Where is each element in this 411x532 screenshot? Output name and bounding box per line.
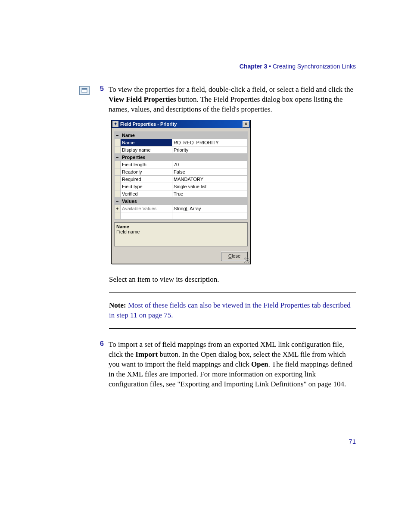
- property-key[interactable]: Name: [121, 139, 172, 146]
- property-key[interactable]: Readonly: [121, 168, 172, 176]
- property-value[interactable]: False: [172, 168, 248, 176]
- property-row[interactable]: Display name Priority: [115, 146, 248, 154]
- section-header: Name: [121, 132, 248, 139]
- property-value[interactable]: Single value list: [172, 183, 248, 190]
- view-field-properties-label: View Field Properties: [109, 95, 176, 103]
- step-5-text: To view the properties for a field, doub…: [109, 85, 357, 115]
- page-number: 71: [349, 438, 356, 445]
- property-row[interactable]: RequiredMANDATORY: [115, 176, 248, 183]
- step-number: 5: [100, 85, 104, 93]
- svg-rect-1: [82, 88, 87, 90]
- select-item-text: Select an item to view its description.: [109, 275, 356, 285]
- property-value[interactable]: RQ_REQ_PRIORITY: [172, 139, 248, 146]
- property-key[interactable]: Field length: [121, 161, 172, 168]
- page-header: Chapter 3 • Creating Synchronization Lin…: [240, 63, 356, 70]
- divider: [109, 292, 356, 293]
- section-header: Values: [121, 198, 248, 205]
- divider: [109, 328, 356, 329]
- step-number: 6: [100, 340, 104, 348]
- close-button[interactable]: Close: [221, 252, 248, 261]
- text-fragment: To view the properties for a field, doub…: [109, 85, 353, 93]
- property-value[interactable]: String[] Array: [172, 205, 248, 212]
- resize-grip-icon[interactable]: [244, 258, 249, 263]
- step-5: 5 To view the properties for a field, do…: [100, 85, 357, 115]
- section-header: Properties: [121, 154, 248, 161]
- property-row[interactable]: + Available Values String[] Array: [115, 205, 248, 212]
- property-row[interactable]: ReadonlyFalse: [115, 168, 248, 176]
- property-row[interactable]: Field length70: [115, 161, 248, 168]
- page: Chapter 3 • Creating Synchronization Lin…: [0, 0, 411, 532]
- step-6: 6 To import a set of field mappings from…: [100, 340, 357, 389]
- field-properties-dialog: ✦ Field Properties - Priority × − Name N…: [111, 120, 251, 264]
- dialog-icon: ✦: [112, 121, 118, 127]
- property-row[interactable]: Name RQ_REQ_PRIORITY: [115, 139, 248, 146]
- property-value[interactable]: MANDATORY: [172, 176, 248, 183]
- property-row: [115, 212, 248, 220]
- section-values[interactable]: − Values: [115, 198, 248, 205]
- property-key[interactable]: Available Values: [121, 205, 172, 212]
- import-label: Import: [135, 350, 158, 358]
- chapter-title: Creating Synchronization Links: [271, 63, 356, 70]
- property-row[interactable]: Field typeSingle value list: [115, 183, 248, 190]
- description-panel: Name Field name: [114, 222, 248, 246]
- description-name: Name: [116, 224, 246, 229]
- step-6-text: To import a set of field mappings from a…: [109, 340, 357, 389]
- property-key[interactable]: Verified: [121, 190, 172, 198]
- collapse-icon[interactable]: −: [115, 198, 121, 205]
- property-value[interactable]: True: [172, 190, 248, 198]
- expand-icon[interactable]: +: [115, 205, 121, 212]
- dialog-titlebar[interactable]: ✦ Field Properties - Priority ×: [112, 120, 250, 128]
- description-text: Field name: [116, 229, 246, 234]
- property-key[interactable]: Required: [121, 176, 172, 183]
- after-dialog-block: Select an item to view its description. …: [109, 275, 356, 336]
- section-properties[interactable]: − Properties: [115, 154, 248, 161]
- dialog-title: Field Properties - Priority: [120, 121, 177, 127]
- open-label: Open: [251, 360, 268, 368]
- property-key[interactable]: Display name: [121, 146, 172, 154]
- note-label: Note:: [109, 301, 126, 309]
- collapse-icon[interactable]: −: [115, 154, 121, 161]
- property-key[interactable]: Field type: [121, 183, 172, 190]
- view-properties-icon: [79, 86, 90, 95]
- collapse-icon[interactable]: −: [115, 132, 121, 139]
- section-name[interactable]: − Name: [115, 132, 248, 139]
- dialog-footer: Close: [112, 249, 250, 264]
- property-row[interactable]: VerifiedTrue: [115, 190, 248, 198]
- dialog-body: − Name Name RQ_REQ_PRIORITY Display name…: [112, 128, 250, 249]
- close-icon[interactable]: ×: [243, 121, 249, 128]
- note-link[interactable]: Most of these fields can also be viewed …: [109, 301, 351, 319]
- property-value[interactable]: Priority: [172, 146, 248, 154]
- chapter-number: Chapter 3 •: [240, 63, 271, 70]
- property-value[interactable]: 70: [172, 161, 248, 168]
- note-block: Note: Most of these fields can also be v…: [109, 301, 356, 320]
- property-grid[interactable]: − Name Name RQ_REQ_PRIORITY Display name…: [114, 131, 248, 220]
